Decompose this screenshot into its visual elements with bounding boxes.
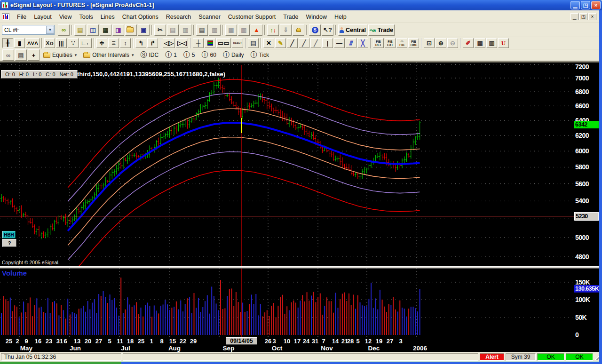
page-link-button[interactable]: ∞ xyxy=(2,49,14,61)
mdi-close-button[interactable]: × xyxy=(588,13,596,20)
symbol-link-button[interactable]: ∞ xyxy=(58,24,70,36)
crosshair-button[interactable]: ┼ xyxy=(193,38,204,48)
interval-daily-button[interactable]: ⒾDaily xyxy=(221,50,246,60)
extended-line-button[interactable]: ╱ xyxy=(299,38,309,48)
band-tool-button[interactable]: Ξ xyxy=(108,38,119,48)
menu-lines[interactable]: Lines xyxy=(97,12,119,22)
step-style-button[interactable]: ∟⌐ xyxy=(79,38,92,48)
date-axis[interactable]: 2529162331613202751118251815222926310172… xyxy=(0,337,599,352)
menu-file[interactable]: File xyxy=(13,12,30,22)
fib-retracement-button[interactable]: FIBRET xyxy=(373,38,384,48)
hot-function-button[interactable]: ▲ xyxy=(251,24,262,36)
alert-badge[interactable]: Alert xyxy=(480,353,504,361)
fib-circle-button[interactable]: ◠FIB xyxy=(396,38,407,48)
shapes-tool-button[interactable]: ⊡ xyxy=(424,38,435,48)
add-symbol-button[interactable]: + xyxy=(28,49,40,61)
shift-back-button[interactable]: ↰ xyxy=(135,38,146,48)
vertical-line-button[interactable]: | xyxy=(322,38,333,48)
title-bar[interactable]: eSignal Layout - FUTURES - [eSignal ProA… xyxy=(0,0,602,10)
bar-style-button[interactable]: ╂ xyxy=(2,38,13,48)
bar-properties-button[interactable]: ▤ xyxy=(15,49,27,61)
menu-research[interactable]: Research xyxy=(162,12,195,22)
undo-drawing-button[interactable]: U xyxy=(498,38,509,48)
menu-scanner[interactable]: Scanner xyxy=(195,12,224,22)
regression-tool-button[interactable]: ↕ xyxy=(120,38,131,48)
download-button[interactable]: ⇓ xyxy=(280,24,292,36)
delete-drawing-button[interactable]: ✕ xyxy=(263,38,274,48)
volume-pane[interactable]: Volume xyxy=(0,269,574,337)
restore-button[interactable]: ◳ xyxy=(581,1,590,9)
volume-chart-canvas[interactable] xyxy=(0,269,574,337)
interval-5-button[interactable]: Ⓘ5 xyxy=(181,50,198,60)
new-page-button[interactable]: ▤ xyxy=(74,24,86,36)
menu-window[interactable]: Window xyxy=(302,12,330,22)
context-help-button[interactable]: ↖? xyxy=(322,24,333,36)
line-style-button[interactable]: ˄˅˄ xyxy=(26,38,40,48)
print-button[interactable]: ▤ xyxy=(196,24,208,36)
portfolio-button[interactable]: ◨ xyxy=(112,24,124,36)
cut-button[interactable]: ✂ xyxy=(154,24,166,36)
symbol-combo-arrow[interactable]: ▼ xyxy=(46,26,54,34)
copy-button[interactable]: ▤ xyxy=(167,24,179,36)
zoom-in-button[interactable]: ⊕ xyxy=(436,38,446,48)
price-chart-canvas[interactable] xyxy=(0,63,574,266)
shrink-bars-button[interactable]: ▷◁ xyxy=(176,38,188,48)
menu-customer-support[interactable]: Customer Support xyxy=(224,12,279,22)
pitchfork-button[interactable]: ╳ xyxy=(357,38,368,48)
price-pane[interactable]: O: 0H: 0L: 0C: 0Net: 0 third,150,0,44241… xyxy=(0,63,574,266)
source-idc-button[interactable]: ⓈIDC xyxy=(138,50,161,60)
zoom-out-button[interactable]: ⊖ xyxy=(447,38,458,48)
pane-splitter[interactable] xyxy=(0,266,599,269)
mdi-restore-button[interactable]: ◳ xyxy=(579,13,587,20)
ray-line-button[interactable]: ╱ xyxy=(310,38,321,48)
menu-help[interactable]: Help xyxy=(331,12,350,22)
fib-time-button[interactable]: FIBTIME xyxy=(408,38,419,48)
expand-bars-button[interactable]: ◁▷ xyxy=(163,38,175,48)
page-properties-button[interactable]: ▤ xyxy=(248,38,259,48)
fib-extension-button[interactable]: FIBEXT xyxy=(385,38,396,48)
point-figure-button[interactable]: Xo xyxy=(44,38,55,48)
chart-window-button[interactable]: ◫ xyxy=(87,24,99,36)
parallel-lines-button[interactable]: ⫻ xyxy=(346,38,356,48)
symbol-input[interactable]: CL #F xyxy=(2,27,46,33)
minimize-button[interactable]: ▁ xyxy=(570,1,580,9)
menu-layout[interactable]: Layout xyxy=(30,12,55,22)
central-button[interactable]: Central xyxy=(338,24,367,36)
paste-button[interactable]: ▥ xyxy=(180,24,191,36)
hbh-button[interactable]: HBH xyxy=(2,231,16,238)
scale-button[interactable]: ▭▭ xyxy=(216,38,231,48)
candle-style-button[interactable]: ▮ xyxy=(14,38,25,48)
chart-help-button[interactable]: ? xyxy=(2,239,16,247)
volume-style-button[interactable]: ||| xyxy=(56,38,67,48)
menu-view[interactable]: View xyxy=(55,12,76,22)
dot-style-button[interactable]: ∵ xyxy=(68,38,79,48)
menu-trade[interactable]: Trade xyxy=(279,12,302,22)
interval-tick-button[interactable]: ⒾTick xyxy=(248,50,272,60)
alert-bell-button[interactable] xyxy=(293,24,304,36)
envelope-tool-button[interactable]: ≑ xyxy=(96,38,107,48)
symbol-combo[interactable]: CL #F ▼ xyxy=(2,25,55,35)
interval-60-button[interactable]: Ⓘ60 xyxy=(199,50,219,60)
menu-tools[interactable]: Tools xyxy=(76,12,97,22)
ticker-button[interactable]: ▦ xyxy=(225,24,237,36)
snap-grid-button[interactable]: ▦ xyxy=(475,38,485,48)
mdi-minimize-button[interactable]: ▁ xyxy=(570,13,578,20)
print-preview-button[interactable]: ▥ xyxy=(209,24,221,36)
quote-window-button[interactable]: ▦ xyxy=(100,24,111,36)
trade-button[interactable]: ↝Trade xyxy=(368,24,395,36)
menu-chart-options[interactable]: Chart Options xyxy=(119,12,162,22)
equities-dropdown[interactable]: Equities▾ xyxy=(41,51,79,59)
close-button[interactable]: × xyxy=(591,1,601,9)
palette-button[interactable] xyxy=(205,38,215,48)
price-axis[interactable]: 7200700068006600640062006000580056005400… xyxy=(574,63,599,337)
save-layout-button[interactable]: ▣ xyxy=(138,24,150,36)
horizontal-segment-button[interactable]: — xyxy=(334,38,345,48)
compare-symbol-button[interactable]: ▥ xyxy=(486,38,497,48)
trendline-button[interactable]: ╱ xyxy=(287,38,298,48)
other-intervals-dropdown[interactable]: Other Intervals▾ xyxy=(81,51,136,59)
highlighter-button[interactable]: ✐ xyxy=(463,38,474,48)
up-down-arrows-button[interactable]: ↑↓ xyxy=(267,24,279,36)
shift-forward-button[interactable]: ↱ xyxy=(147,38,158,48)
open-layout-button[interactable] xyxy=(125,24,137,36)
symbol-search-button[interactable]: S xyxy=(309,24,321,36)
